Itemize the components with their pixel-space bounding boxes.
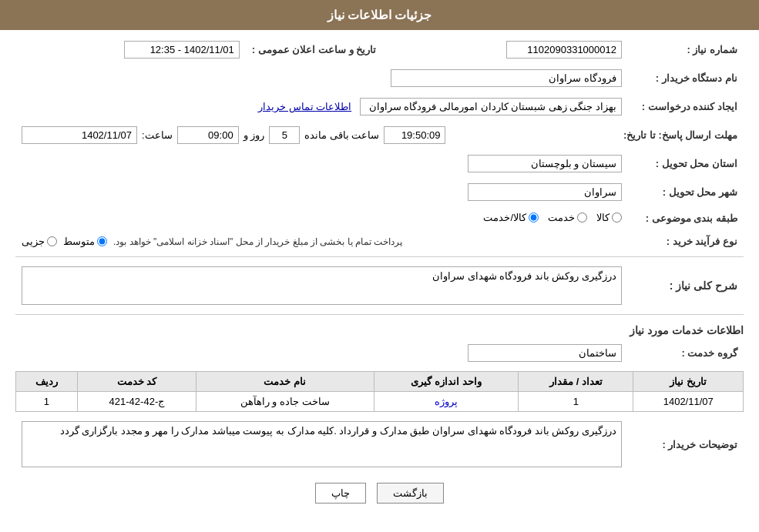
category-kala-radio[interactable] bbox=[612, 212, 622, 223]
purchase-jozei-option[interactable]: جزیی bbox=[22, 236, 57, 247]
category-kala-khadamat-label: کالا/خدمت bbox=[483, 212, 526, 223]
category-kala-option[interactable]: کالا bbox=[596, 212, 622, 223]
province-value: سیستان و بلوچستان bbox=[15, 152, 628, 176]
creator-label: ایجاد کننده درخواست : bbox=[628, 95, 744, 119]
purchase-type-label: نوع فرآیند خرید : bbox=[628, 233, 744, 250]
buyer-name-input: فرودگاه سراوان bbox=[391, 69, 622, 87]
need-description-section-label: شرح کلی نیاز : bbox=[628, 263, 744, 308]
main-content: شماره نیاز : 1102090331000012 تاریخ و سا… bbox=[0, 30, 759, 519]
col-header-service-name: نام خدمت bbox=[196, 372, 374, 392]
row-service-code: ج-42-42-421 bbox=[77, 392, 196, 412]
purchase-motavasset-option[interactable]: متوسط bbox=[63, 236, 107, 247]
info-table-need-desc: شرح کلی نیاز : درزگیری روکش باند فرودگاه… bbox=[15, 263, 744, 308]
need-number-value: 1102090331000012 bbox=[398, 38, 628, 62]
service-group-input: ساختمان bbox=[468, 344, 622, 362]
purchase-type-area: جزیی متوسط پرداخت تمام یا بخشی از مبلغ خ… bbox=[15, 233, 628, 250]
buyer-description-area: درزگیری روکش باند فرودگاه شهدای سراوان ط… bbox=[15, 418, 628, 470]
purchase-jozei-label: جزیی bbox=[22, 236, 45, 247]
info-table-deadline: مهلت ارسال پاسخ: تا تاریخ: 1402/11/07 سا… bbox=[15, 123, 744, 147]
reply-deadline-area: 1402/11/07 ساعت: 09:00 روز و 5 ساعت باقی… bbox=[15, 123, 617, 147]
buyer-name-label: نام دستگاه خریدار : bbox=[628, 66, 744, 90]
category-label: طبقه بندی موضوعی : bbox=[628, 209, 744, 228]
info-table-creator: ایجاد کننده درخواست : بهزاد جنگی زهی شبس… bbox=[15, 95, 744, 119]
info-table-top: شماره نیاز : 1102090331000012 تاریخ و سا… bbox=[15, 38, 744, 62]
row-row: 1 bbox=[16, 392, 78, 412]
creator-input: بهزاد جنگی زهی شبستان کاردان امورمالی فر… bbox=[360, 98, 622, 115]
announce-value: 1402/11/01 - 12:35 bbox=[15, 38, 246, 62]
reply-date-input: 1402/11/07 bbox=[22, 126, 137, 144]
purchase-note: پرداخت تمام یا بخشی از مبلغ خریدار از مح… bbox=[113, 236, 402, 247]
table-row: 1402/11/07 1 پروژه ساخت جاده و راهآهن ج-… bbox=[16, 392, 744, 412]
creator-area: بهزاد جنگی زهی شبستان کاردان امورمالی فر… bbox=[15, 95, 628, 119]
col-header-row: ردیف bbox=[16, 372, 78, 392]
info-table-province: استان محل تحویل : سیستان و بلوچستان bbox=[15, 152, 744, 176]
category-khadamat-option[interactable]: خدمت bbox=[548, 212, 587, 223]
purchase-motavasset-radio[interactable] bbox=[97, 236, 107, 246]
contact-link[interactable]: اطلاعات تماس خریدار bbox=[258, 101, 351, 112]
service-group-label: گروه خدمت : bbox=[628, 341, 744, 365]
services-section-label: اطلاعات خدمات مورد نیاز bbox=[15, 324, 744, 336]
info-table-city: شهر محل تحویل : سراوان bbox=[15, 180, 744, 204]
service-group-value: ساختمان bbox=[15, 341, 628, 365]
category-options: کالا/خدمت خدمت کالا bbox=[15, 209, 628, 228]
reply-time-input: 09:00 bbox=[177, 126, 239, 144]
need-number-label: شماره نیاز : bbox=[628, 38, 744, 62]
separator-2 bbox=[15, 314, 744, 315]
row-date: 1402/11/07 bbox=[633, 392, 744, 412]
need-description-box: درزگیری روکش باند فرودگاه شهدای سراوان bbox=[22, 266, 622, 305]
button-group: بازگشت چاپ bbox=[15, 483, 744, 504]
category-kala-khadamat-option[interactable]: کالا/خدمت bbox=[483, 212, 539, 223]
purchase-motavasset-label: متوسط bbox=[63, 236, 95, 247]
row-count: 1 bbox=[519, 392, 633, 412]
category-kala-label: کالا bbox=[596, 212, 610, 223]
province-label: استان محل تحویل : bbox=[628, 152, 744, 176]
need-number-input: 1102090331000012 bbox=[506, 41, 622, 59]
print-button[interactable]: چاپ bbox=[315, 483, 366, 504]
city-input: سراوان bbox=[468, 183, 622, 201]
info-table-service-group: گروه خدمت : ساختمان bbox=[15, 341, 744, 365]
col-header-service-code: کد خدمت bbox=[77, 372, 196, 392]
category-kala-khadamat-radio[interactable] bbox=[529, 212, 539, 223]
separator-1 bbox=[15, 256, 744, 257]
row-service-name: ساخت جاده و راهآهن bbox=[196, 392, 374, 412]
reply-days-input: 5 bbox=[269, 126, 300, 144]
buyer-description-box: درزگیری روکش باند فرودگاه شهدای سراوان ط… bbox=[22, 421, 622, 467]
announce-input: 1402/11/01 - 12:35 bbox=[124, 41, 240, 59]
reply-time-label: ساعت: bbox=[142, 129, 173, 141]
header-title: جزئیات اطلاعات نیاز bbox=[327, 8, 432, 22]
reply-remaining-label: ساعت باقی مانده bbox=[304, 129, 379, 141]
purchase-jozei-radio[interactable] bbox=[47, 236, 57, 246]
row-unit: پروژه bbox=[374, 392, 519, 412]
page-header: جزئیات اطلاعات نیاز bbox=[0, 0, 759, 30]
col-header-count: تعداد / مقدار bbox=[519, 372, 633, 392]
city-value: سراوان bbox=[15, 180, 628, 204]
city-label: شهر محل تحویل : bbox=[628, 180, 744, 204]
province-input: سیستان و بلوچستان bbox=[468, 155, 622, 172]
reply-deadline-label: مهلت ارسال پاسخ: تا تاریخ: bbox=[617, 123, 744, 147]
services-table: تاریخ نیاز تعداد / مقدار واحد اندازه گیر… bbox=[15, 371, 744, 412]
need-description-area: درزگیری روکش باند فرودگاه شهدای سراوان bbox=[15, 263, 628, 308]
category-khadamat-label: خدمت bbox=[548, 212, 575, 223]
reply-remaining-input: 19:50:09 bbox=[384, 126, 445, 144]
category-khadamat-radio[interactable] bbox=[577, 212, 587, 223]
info-table-category: طبقه بندی موضوعی : کالا/خدمت خدمت bbox=[15, 209, 744, 228]
buyer-description-label: توضیحات خریدار : bbox=[628, 418, 744, 470]
info-table-purchase: نوع فرآیند خرید : جزیی متوسط پرداخت تمام… bbox=[15, 233, 744, 250]
announce-label: تاریخ و ساعت اعلان عمومی : bbox=[246, 38, 382, 62]
page-wrapper: جزئیات اطلاعات نیاز شماره نیاز : 1102090… bbox=[0, 0, 759, 532]
info-table-buyer: نام دستگاه خریدار : فرودگاه سراوان bbox=[15, 66, 744, 90]
back-button[interactable]: بازگشت bbox=[377, 483, 444, 504]
col-header-date: تاریخ نیاز bbox=[633, 372, 744, 392]
col-header-unit: واحد اندازه گیری bbox=[374, 372, 519, 392]
reply-day-label: روز و bbox=[243, 129, 265, 141]
info-table-buyer-desc: توضیحات خریدار : درزگیری روکش باند فرودگ… bbox=[15, 418, 744, 470]
buyer-name-value: فرودگاه سراوان bbox=[15, 66, 628, 90]
